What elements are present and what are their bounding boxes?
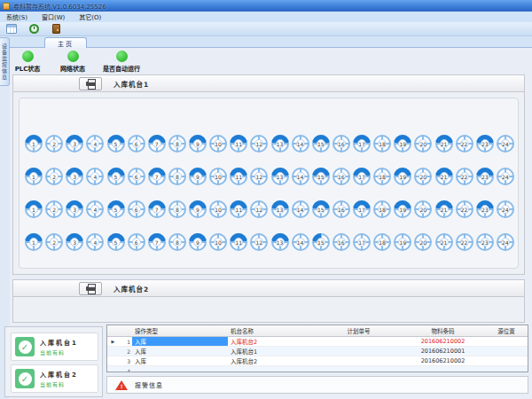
- coil-slot-2-13: 13: [271, 168, 289, 185]
- side-dock-tab[interactable]: 设备监控信息: [0, 37, 10, 86]
- cell-op[interactable]: 入库: [132, 356, 228, 365]
- cell-barcode[interactable]: 201606210001: [401, 347, 485, 356]
- coil-slot-3-11: 11: [230, 200, 247, 218]
- coil-slot-3-16: 16: [332, 200, 350, 218]
- tab-home[interactable]: 主页: [44, 37, 87, 48]
- coil-slot-1-3: 3: [66, 135, 83, 153]
- machine1-header: 入库机台1: [12, 74, 525, 92]
- task-table-header: 操作类型 机台名称 计划单号 物料条码 源位置: [107, 325, 528, 337]
- coil-slot-3-21: 21: [435, 200, 453, 218]
- machine2-card[interactable]: ✓ 入库机台2 当前有料: [11, 364, 98, 393]
- cell-barcode[interactable]: 201606210002: [401, 356, 485, 365]
- table-row[interactable]: 2 入库 入库机台1 201606210001: [107, 347, 528, 356]
- coil-slot-4-2: 2: [45, 233, 63, 251]
- cell-src[interactable]: [485, 337, 528, 346]
- coil-slot-3-2: 2: [45, 200, 63, 218]
- cell-op[interactable]: 入库: [132, 347, 228, 356]
- coil-slot-1-12: 12: [250, 135, 268, 153]
- cell-op[interactable]: [132, 366, 228, 372]
- coil-slot-4-19: 19: [394, 233, 411, 251]
- menu-other[interactable]: 其它(O): [79, 12, 101, 21]
- coil-slot-3-3: 3: [66, 200, 83, 218]
- machine1-card-status: 当前有料: [40, 348, 78, 356]
- coil-slot-1-16: 16: [332, 135, 350, 153]
- coil-slot-3-8: 8: [168, 200, 186, 218]
- cell-plan[interactable]: [317, 356, 401, 365]
- cell-machine[interactable]: 入库机台1: [228, 347, 317, 356]
- coil-slot-3-17: 17: [353, 200, 371, 218]
- clock-button[interactable]: [27, 23, 40, 35]
- cell-barcode[interactable]: [401, 366, 485, 372]
- cell-machine[interactable]: [228, 366, 317, 372]
- cell-plan[interactable]: [317, 366, 401, 372]
- alarm-bar[interactable]: ! 报警信息: [106, 376, 528, 394]
- header-op-type[interactable]: 操作类型: [132, 325, 228, 336]
- coil-slot-2-4: 4: [86, 168, 104, 185]
- cell-barcode[interactable]: 201606210002: [401, 337, 485, 346]
- coil-slot-4-8: 8: [168, 233, 186, 251]
- coil-slot-2-8: 8: [168, 168, 186, 185]
- table-row[interactable]: ▶ 1 入库 入库机台2 201606210002: [107, 337, 528, 347]
- coil-slot-2-17: 17: [353, 168, 371, 185]
- header-barcode[interactable]: 物料条码: [401, 325, 485, 336]
- cell-op[interactable]: 入库: [132, 337, 228, 346]
- machine1-slot-grid: 1234567891011121314151617181920212223241…: [25, 135, 514, 251]
- exit-button[interactable]: [50, 23, 62, 35]
- coil-slot-3-10: 10: [209, 200, 227, 218]
- coil-slot-4-12: 12: [250, 233, 268, 251]
- coil-slot-2-11: 11: [230, 168, 247, 185]
- cell-src[interactable]: [485, 356, 528, 365]
- machine1-print-button[interactable]: [79, 77, 102, 90]
- machine1-card[interactable]: ✓ 入库机台1 当前有料: [11, 332, 98, 361]
- coil-slot-2-21: 21: [435, 168, 453, 185]
- printer-icon: [86, 82, 96, 86]
- coil-slot-3-5: 5: [107, 200, 125, 218]
- cell-plan[interactable]: [317, 347, 401, 356]
- coil-slot-2-2: 2: [45, 168, 63, 185]
- cell-src[interactable]: [485, 366, 528, 372]
- calendar-button[interactable]: [5, 23, 18, 35]
- plc-status-label: PLC状态: [15, 64, 41, 73]
- coil-slot-3-14: 14: [292, 200, 309, 218]
- menu-bar: 系统(S) 窗口(W) 其它(O): [0, 12, 532, 22]
- coil-slot-4-11: 11: [230, 233, 247, 251]
- coil-slot-1-8: 8: [168, 135, 186, 153]
- cell-plan[interactable]: [317, 337, 401, 346]
- coil-slot-1-22: 22: [456, 135, 473, 153]
- menu-system[interactable]: 系统(S): [6, 12, 27, 21]
- coil-slot-3-12: 12: [250, 200, 268, 218]
- header-src-location[interactable]: 源位置: [485, 325, 528, 336]
- cell-src[interactable]: [485, 347, 528, 356]
- coil-slot-4-1: 1: [25, 233, 43, 251]
- coil-slot-2-15: 15: [312, 168, 330, 185]
- machine2-card-text: 入库机台2 当前有料: [40, 370, 78, 388]
- machine2-print-button[interactable]: [79, 282, 102, 295]
- auto-run-label: 是否自动运行: [103, 64, 140, 73]
- coil-slot-2-12: 12: [250, 168, 268, 185]
- row-indicator: [107, 356, 119, 365]
- coil-slot-3-24: 24: [497, 200, 514, 218]
- coil-slot-1-18: 18: [373, 135, 391, 153]
- machine1-card-text: 入库机台1 当前有料: [40, 338, 78, 356]
- coil-slot-3-4: 4: [86, 200, 104, 218]
- cell-machine[interactable]: 入库机台2: [228, 337, 317, 346]
- coil-slot-2-1: 1: [25, 168, 43, 185]
- coil-slot-3-19: 19: [394, 200, 411, 218]
- coil-slot-4-9: 9: [189, 233, 207, 251]
- machine1-panel: 1234567891011121314151617181920212223241…: [12, 92, 525, 275]
- machine-cards-panel: ✓ 入库机台1 当前有料 ✓ 入库机台2 当前有料: [4, 326, 103, 397]
- coil-slot-2-9: 9: [189, 168, 207, 185]
- row-indicator: [107, 347, 119, 356]
- cell-machine[interactable]: 入库机台2: [228, 356, 317, 365]
- coil-slot-4-24: 24: [497, 233, 514, 251]
- table-row[interactable]: 4: [107, 366, 528, 372]
- coil-slot-1-13: 13: [271, 135, 289, 153]
- coil-slot-2-22: 22: [456, 168, 473, 185]
- coil-slot-3-23: 23: [476, 200, 494, 218]
- header-machine-name[interactable]: 机台名称: [228, 325, 317, 336]
- title-bar[interactable]: 卷料暂存系统 V1.0.6034.25526: [0, 0, 532, 12]
- coil-slot-3-18: 18: [373, 200, 391, 218]
- table-row[interactable]: 3 入库 入库机台2 201606210002: [107, 356, 528, 366]
- menu-window[interactable]: 窗口(W): [42, 12, 65, 21]
- header-plan-no[interactable]: 计划单号: [317, 325, 401, 336]
